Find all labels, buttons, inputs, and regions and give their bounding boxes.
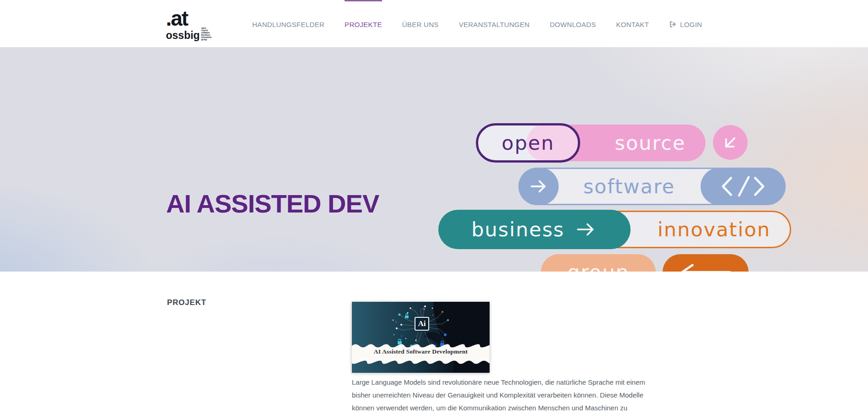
- nav-ueber-uns[interactable]: ÜBER UNS: [402, 0, 439, 47]
- nav-projekte[interactable]: PROJEKTE: [345, 0, 382, 47]
- logo-tagline: open source software business innovation…: [201, 27, 212, 41]
- page: .at ossbig open source software business…: [0, 0, 868, 414]
- ai-chip: Ai: [415, 317, 429, 331]
- logo[interactable]: .at ossbig open source software business…: [166, 6, 212, 41]
- badge-innovation-label: innovation: [658, 218, 771, 241]
- nav-veranstaltungen[interactable]: VERANSTALTUNGEN: [459, 0, 530, 47]
- login-label: LOGIN: [680, 21, 702, 28]
- main-nav: HANDLUNGSFELDER PROJEKTE ÜBER UNS VERANS…: [252, 0, 702, 47]
- badge-business-label: business: [471, 218, 564, 241]
- project-description: Large Language Models sind revolutionäre…: [352, 376, 650, 414]
- section-label: PROJEKT: [167, 298, 206, 307]
- badge-software: software: [518, 168, 786, 205]
- nav-kontakt[interactable]: KONTAKT: [616, 0, 649, 47]
- arrow-right-icon: [518, 168, 559, 205]
- arrow-down-left-icon: [713, 125, 748, 160]
- sign-in-arrow-icon: [669, 21, 677, 28]
- badge-source-label: source: [615, 131, 686, 154]
- nav-handlungsfelder[interactable]: HANDLUNGSFELDER: [252, 0, 324, 47]
- nav-login[interactable]: LOGIN: [669, 0, 702, 47]
- code-icon: [701, 168, 786, 205]
- hero-section: AI ASSISTED DEV source open: [0, 47, 868, 272]
- badge-graphic: source open software: [0, 47, 868, 272]
- project-image-caption: AI Assisted Software Development: [352, 348, 490, 355]
- tagline-line: group: [201, 38, 212, 41]
- badge-open: open: [476, 123, 580, 163]
- svg-text:8: 8: [395, 321, 397, 323]
- project-image-artwork: 0 A 8: [352, 302, 490, 373]
- project-image[interactable]: 0 A 8 Ai AI Assisted Software Developmen…: [352, 302, 490, 373]
- badge-business: business: [438, 210, 631, 249]
- badge-open-label: open: [501, 131, 554, 154]
- header: .at ossbig open source software business…: [0, 0, 868, 47]
- ai-chip-label: Ai: [418, 319, 426, 328]
- arrow-right-icon: [574, 219, 598, 240]
- svg-text:A: A: [432, 314, 433, 316]
- logo-at-text: .at: [166, 9, 212, 28]
- nav-downloads[interactable]: DOWNLOADS: [550, 0, 596, 47]
- logo-ossbig-text: ossbig: [166, 30, 200, 41]
- svg-text:0: 0: [401, 334, 403, 338]
- project-section: PROJEKT: [0, 272, 868, 414]
